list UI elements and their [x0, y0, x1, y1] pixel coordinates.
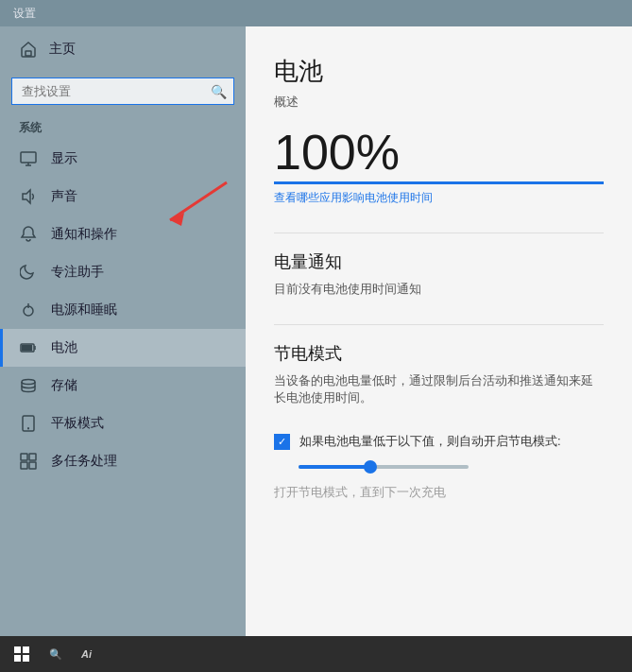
checkbox-label: 如果电池电量低于以下值，则自动开启节电模式: — [299, 433, 561, 450]
page-title: 电池 — [274, 55, 604, 88]
power-label: 电源和睡眠 — [51, 302, 117, 319]
battery-slider-track — [299, 465, 469, 469]
taskbar-search[interactable]: 🔍 — [42, 640, 70, 668]
svg-rect-20 — [14, 646, 21, 653]
power-icon — [19, 301, 38, 319]
sound-icon — [19, 187, 38, 206]
multitask-icon — [19, 452, 38, 471]
sidebar-item-storage[interactable]: 存储 — [0, 367, 246, 405]
overview-subtitle: 概述 — [274, 94, 604, 111]
saver-heading: 节电模式 — [274, 342, 604, 365]
svg-rect-21 — [23, 646, 29, 653]
sidebar-item-sound[interactable]: 声音 — [0, 178, 246, 215]
notification-heading: 电量通知 — [274, 250, 604, 273]
search-icon[interactable]: 🔍 — [211, 84, 227, 99]
svg-rect-15 — [29, 454, 36, 460]
svg-rect-0 — [26, 51, 31, 56]
svg-rect-17 — [29, 462, 36, 469]
focus-label: 专注助手 — [51, 264, 104, 281]
svg-point-11 — [22, 380, 35, 385]
battery-saver-checkbox[interactable] — [274, 434, 290, 450]
search-box: 🔍 — [11, 78, 234, 105]
svg-rect-23 — [23, 655, 29, 662]
tablet-label: 平板模式 — [51, 415, 104, 432]
sidebar-item-tablet[interactable]: 平板模式 — [0, 405, 246, 442]
settings-label: 设置 — [13, 6, 36, 22]
checkbox-row: 如果电池电量低于以下值，则自动开启节电模式: — [274, 433, 604, 450]
svg-rect-14 — [21, 454, 27, 460]
sidebar-item-power[interactable]: 电源和睡眠 — [0, 291, 246, 329]
slider-fill — [299, 465, 370, 469]
search-taskbar-icon: 🔍 — [49, 648, 62, 661]
notification-text: 目前没有电池使用时间通知 — [274, 281, 604, 298]
battery-bar — [274, 181, 604, 184]
svg-rect-22 — [14, 655, 21, 662]
battery-apps-link[interactable]: 查看哪些应用影响电池使用时间 — [274, 190, 604, 206]
sidebar-home[interactable]: 主页 — [0, 26, 246, 72]
svg-rect-10 — [23, 346, 32, 351]
footer-text: 打开节电模式，直到下一次充电 — [274, 484, 604, 501]
battery-percentage: 100% — [274, 126, 604, 180]
section-system-label: 系统 — [0, 114, 246, 140]
multitask-label: 多任务处理 — [51, 453, 117, 470]
sidebar-item-notifications[interactable]: 通知和操作 — [0, 215, 246, 253]
taskbar: 🔍 Ai — [0, 636, 632, 672]
sidebar-item-display[interactable]: 显示 — [0, 140, 246, 178]
sidebar-item-multitask[interactable]: 多任务处理 — [0, 442, 246, 480]
home-label: 主页 — [49, 41, 76, 58]
content-area: 电池 概述 100% 查看哪些应用影响电池使用时间 电量通知 目前没有电池使用时… — [246, 26, 632, 636]
divider-2 — [274, 324, 604, 325]
slider-container — [299, 465, 604, 469]
sound-label: 声音 — [51, 188, 77, 205]
monitor-icon — [19, 149, 38, 168]
notification-icon — [19, 225, 38, 244]
sidebar-item-battery[interactable]: 电池 — [0, 329, 246, 367]
storage-label: 存储 — [51, 377, 77, 394]
top-bar: 设置 — [0, 0, 632, 26]
svg-marker-4 — [23, 190, 30, 203]
display-label: 显示 — [51, 150, 77, 167]
sidebar: 主页 🔍 系统 显示 — [0, 26, 246, 636]
search-input[interactable] — [11, 78, 234, 105]
saver-text: 当设备的电池电量低时，通过限制后台活动和推送通知来延长电池使用时间。 — [274, 372, 604, 406]
slider-thumb[interactable] — [364, 460, 377, 474]
notifications-label: 通知和操作 — [51, 226, 117, 243]
divider-1 — [274, 233, 604, 233]
moon-icon — [19, 263, 38, 282]
battery-icon — [19, 338, 38, 357]
home-icon — [19, 40, 38, 59]
storage-icon — [19, 376, 38, 395]
start-button[interactable] — [6, 640, 38, 668]
battery-label: 电池 — [51, 339, 77, 356]
tablet-icon — [19, 414, 38, 433]
taskbar-ai[interactable]: Ai — [74, 640, 99, 668]
svg-rect-1 — [21, 152, 36, 163]
sidebar-item-focus[interactable]: 专注助手 — [0, 253, 246, 291]
svg-rect-16 — [21, 462, 27, 469]
ai-label: Ai — [81, 648, 92, 660]
